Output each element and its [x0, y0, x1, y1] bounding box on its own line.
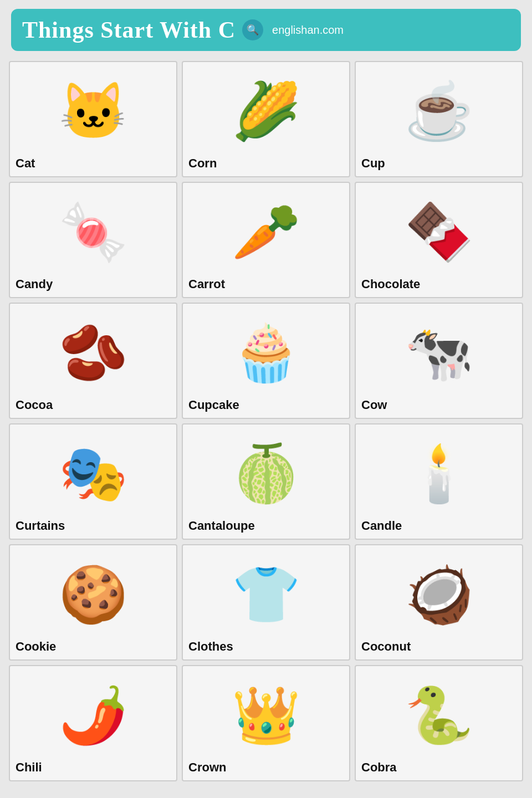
- card-cobra: 🐍Cobra: [355, 665, 523, 781]
- card-emoji-chocolate: 🍫: [356, 204, 522, 259]
- card-label-cupcake: Cupcake: [188, 398, 239, 412]
- card-emoji-cobra: 🐍: [356, 687, 522, 743]
- card-cat: 🐱Cat: [9, 61, 177, 177]
- card-candle: 🕯️Candle: [355, 423, 523, 540]
- card-emoji-crown: 👑: [183, 687, 349, 743]
- card-cupcake: 🧁Cupcake: [182, 303, 350, 419]
- card-crown: 👑Crown: [182, 665, 350, 781]
- card-chili: 🌶️Chili: [9, 665, 177, 781]
- card-grid: 🐱Cat🌽Corn☕Cup🍬Candy🥕Carrot🍫Chocolate🫘Coc…: [0, 57, 532, 790]
- card-chocolate: 🍫Chocolate: [355, 182, 523, 298]
- card-label-corn: Corn: [188, 156, 217, 171]
- search-icon[interactable]: 🔍: [242, 19, 263, 40]
- card-emoji-corn: 🌽: [183, 83, 349, 139]
- card-coconut: 🥥Coconut: [355, 544, 523, 661]
- card-label-cookie: Cookie: [16, 640, 56, 654]
- card-label-cocoa: Cocoa: [16, 398, 53, 412]
- card-label-cat: Cat: [16, 156, 35, 171]
- card-corn: 🌽Corn: [182, 61, 350, 177]
- card-label-cow: Cow: [361, 398, 387, 412]
- card-emoji-chili: 🌶️: [10, 687, 176, 743]
- header-title: Things Start With C: [22, 17, 236, 43]
- card-emoji-curtains: 🎭: [10, 446, 176, 501]
- card-emoji-candy: 🍬: [10, 204, 176, 259]
- card-label-crown: Crown: [188, 760, 226, 775]
- card-label-cobra: Cobra: [361, 760, 397, 775]
- card-emoji-cow: 🐄: [356, 325, 522, 380]
- card-label-clothes: Clothes: [188, 640, 233, 654]
- card-label-candle: Candle: [361, 519, 402, 533]
- card-emoji-candle: 🕯️: [356, 446, 522, 501]
- card-emoji-clothes: 👕: [183, 566, 349, 622]
- card-label-cup: Cup: [361, 156, 385, 171]
- card-label-chocolate: Chocolate: [361, 277, 420, 291]
- card-label-cantaloupe: Cantaloupe: [188, 519, 255, 533]
- card-emoji-cookie: 🍪: [10, 566, 176, 622]
- card-label-coconut: Coconut: [361, 640, 411, 654]
- card-emoji-cupcake: 🧁: [183, 325, 349, 380]
- card-curtains: 🎭Curtains: [9, 423, 177, 540]
- card-cantaloupe: 🍈Cantaloupe: [182, 423, 350, 540]
- card-label-candy: Candy: [16, 277, 53, 291]
- card-cow: 🐄Cow: [355, 303, 523, 419]
- site-label: englishan.com: [272, 24, 344, 37]
- card-label-curtains: Curtains: [16, 519, 65, 533]
- card-clothes: 👕Clothes: [182, 544, 350, 661]
- card-emoji-cup: ☕: [356, 83, 522, 139]
- card-label-chili: Chili: [16, 760, 42, 775]
- card-emoji-cantaloupe: 🍈: [183, 446, 349, 501]
- card-cookie: 🍪Cookie: [9, 544, 177, 661]
- card-carrot: 🥕Carrot: [182, 182, 350, 298]
- header: Things Start With C 🔍 englishan.com: [11, 9, 521, 51]
- card-emoji-coconut: 🥥: [356, 566, 522, 622]
- card-emoji-carrot: 🥕: [183, 204, 349, 259]
- card-label-carrot: Carrot: [188, 277, 225, 291]
- card-cocoa: 🫘Cocoa: [9, 303, 177, 419]
- card-candy: 🍬Candy: [9, 182, 177, 298]
- card-cup: ☕Cup: [355, 61, 523, 177]
- card-emoji-cocoa: 🫘: [10, 325, 176, 380]
- card-emoji-cat: 🐱: [10, 83, 176, 139]
